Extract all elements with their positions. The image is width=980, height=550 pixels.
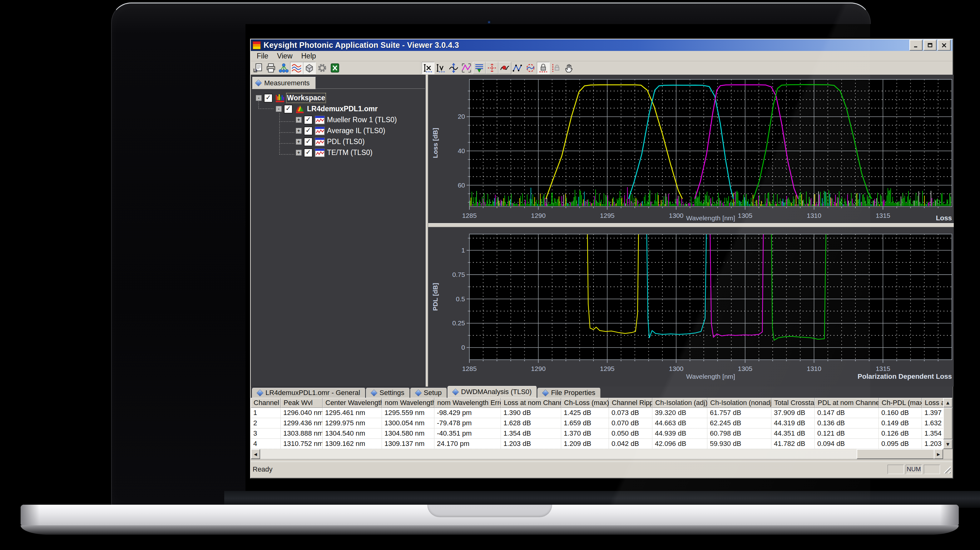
laptop-mockup: Keysight Photonic Application Suite - Vi… — [0, 0, 980, 550]
tree-item-workspace[interactable]: -✓Workspace — [251, 92, 425, 104]
tab-measurements[interactable]: Measurements — [252, 77, 316, 89]
table-horizontal-scrollbar[interactable]: ◀ ▶ — [251, 449, 953, 459]
column-header-ch-isolation-nonadj[interactable]: Ch-Isolation (nonadj) — [707, 398, 772, 408]
tree-item-pdl-tls0[interactable]: +✓PDL (TLS0) — [251, 136, 425, 147]
column-header-ch-loss-max[interactable]: Ch-Loss (max) — [561, 398, 609, 408]
panel-splitter[interactable] — [426, 75, 428, 387]
menu-help[interactable]: Help — [297, 51, 320, 61]
column-header-nom-wavelength-error[interactable]: nom Wavelength Error — [434, 398, 501, 408]
tree-item-mueller-row-1-tls0[interactable]: +✓Mueller Row 1 (TLS0) — [251, 114, 425, 125]
lock-marker-active-button[interactable] — [537, 62, 550, 74]
loss-chart[interactable]: 1285129012951300130513101315204060Loss [… — [428, 75, 954, 223]
svg-text:40: 40 — [458, 147, 465, 155]
table-cell: 1.390 dB — [501, 408, 561, 418]
table-row[interactable]: 41310.752 nm1309.162 nm1309.137 nm24.170… — [251, 439, 944, 449]
export-report-button[interactable] — [252, 62, 264, 74]
svg-text:Wavelength [nm]: Wavelength [nm] — [686, 373, 735, 380]
box-3d-button[interactable] — [303, 62, 316, 74]
table-cell: 1.659 dB — [561, 418, 609, 429]
table-row[interactable]: 11296.040 nm1295.461 nm1295.559 nm-98.42… — [251, 408, 944, 418]
collapse-icon[interactable]: - — [256, 95, 262, 101]
tree-checkbox[interactable]: ✓ — [304, 137, 313, 146]
chart-splitter[interactable] — [428, 223, 954, 227]
column-header-loss-at[interactable]: Loss at — [922, 398, 944, 408]
diamond-icon — [371, 389, 377, 396]
marker-curve-button[interactable] — [498, 62, 511, 74]
expand-icon[interactable]: + — [296, 139, 302, 145]
column-header-channel-ripple[interactable]: Channel Ripple — [609, 398, 652, 408]
column-header-nom-wavelength[interactable]: nom Wavelength — [382, 398, 434, 408]
minimize-button[interactable] — [909, 40, 923, 51]
collapse-icon[interactable]: - — [276, 106, 282, 112]
tree-item-average-il-tls0[interactable]: +✓Average IL (TLS0) — [251, 125, 425, 136]
scroll-left-button[interactable]: ◀ — [251, 449, 260, 459]
table-vertical-scrollbar[interactable]: ▲ ▼ — [943, 398, 953, 449]
excel-export-icon — [330, 63, 340, 73]
grid-apply-button[interactable] — [473, 62, 486, 74]
close-button[interactable] — [937, 40, 951, 51]
vertical-scroll-thumb[interactable] — [943, 408, 953, 439]
tree-checkbox[interactable]: ✓ — [304, 116, 313, 124]
expand-icon[interactable]: + — [296, 117, 302, 123]
tab-dwdmanalysis-tls0[interactable]: DWDMAnalysis (TLS0) — [447, 386, 537, 398]
column-header-pdl-at-nom-channel[interactable]: PDL at nom Channel — [815, 398, 879, 408]
table-cell: 0.042 dB — [609, 439, 652, 449]
tree-checkbox[interactable]: ✓ — [304, 148, 313, 157]
horizontal-scroll-thumb[interactable] — [857, 449, 935, 459]
table-cell: 0.050 dB — [609, 429, 652, 439]
column-header-ch-pdl-max[interactable]: Ch-PDL (max) — [879, 398, 922, 408]
tab-file-properties[interactable]: File Properties — [538, 388, 601, 398]
column-header-total-crosstalk[interactable]: Total Crosstalk — [772, 398, 815, 408]
column-header-ch-isolation-adj[interactable]: Ch-Isolation (adj) — [652, 398, 707, 408]
maximize-button[interactable] — [923, 40, 937, 51]
diamond-icon — [256, 389, 263, 396]
laptop-screen: Keysight Photonic Application Suite - Vi… — [245, 24, 974, 492]
column-header-channel[interactable]: Channel — [251, 398, 281, 408]
print-button[interactable] — [264, 62, 277, 74]
curve-zoom-button[interactable] — [460, 62, 473, 74]
zigzag-icon — [512, 63, 523, 73]
target-curve-button[interactable] — [524, 62, 537, 74]
table-cell: 0.126 dB — [879, 429, 922, 439]
table-cell: 39.320 dB — [652, 408, 707, 418]
zoom-y-button[interactable] — [434, 62, 447, 74]
scroll-up-button[interactable]: ▲ — [943, 398, 953, 408]
svg-text:0.5: 0.5 — [456, 295, 465, 303]
table-row[interactable]: 31303.888 nm1304.540 nm1304.580 nm-40.35… — [251, 429, 944, 439]
column-header-peak-wvl[interactable]: Peak Wvl — [281, 398, 323, 408]
curves-button[interactable] — [290, 62, 303, 74]
pan-hand-button[interactable] — [562, 62, 575, 74]
tab-setup[interactable]: Setup — [410, 388, 447, 398]
svg-text:1305: 1305 — [738, 365, 752, 372]
measurement-tree-button[interactable] — [277, 62, 290, 74]
table-cell: 60.798 dB — [707, 429, 772, 439]
title-bar[interactable]: Keysight Photonic Application Suite - Vi… — [251, 39, 953, 51]
tree-item-te-tm-tls0[interactable]: +✓TE/TM (TLS0) — [251, 147, 425, 158]
pdl-chart[interactable]: 128512901295130013051310131510.750.50.25… — [428, 227, 954, 381]
zigzag-button[interactable] — [511, 62, 524, 74]
resize-grip[interactable] — [942, 466, 951, 473]
tab-settings[interactable]: Settings — [366, 388, 410, 398]
tree-item-lr4demuxpdl1-omr[interactable]: -✓LR4demuxPDL1.omr — [251, 104, 425, 114]
lock-marker-button[interactable] — [550, 62, 562, 74]
excel-export-button[interactable] — [329, 62, 341, 74]
tab-lr4demuxpdl1-omr-general[interactable]: LR4demuxPDL1.omr - General — [252, 388, 365, 398]
check-icon: ✓ — [305, 138, 311, 145]
expand-icon[interactable]: + — [296, 150, 302, 156]
svg-text:1305: 1305 — [738, 212, 752, 219]
tree-checkbox[interactable]: ✓ — [304, 127, 313, 136]
menu-view[interactable]: View — [273, 51, 297, 61]
zoom-x-button[interactable] — [422, 62, 434, 74]
scroll-down-button[interactable]: ▼ — [943, 439, 953, 449]
table-row[interactable]: 21299.436 nm1299.975 nm1300.054 nm-79.47… — [251, 418, 944, 429]
expand-icon[interactable]: + — [296, 128, 302, 134]
column-header-loss-at-nom-channel[interactable]: Loss at nom Channel — [501, 398, 561, 408]
column-header-center-wavelength[interactable]: Center Wavelength — [323, 398, 382, 408]
gear-button[interactable] — [316, 62, 329, 74]
marker-cross-button[interactable] — [486, 62, 498, 74]
scroll-right-button[interactable]: ▶ — [934, 449, 943, 459]
axis-center-button[interactable] — [447, 62, 460, 74]
tree-checkbox[interactable]: ✓ — [264, 94, 273, 102]
tree-checkbox[interactable]: ✓ — [284, 105, 293, 113]
menu-file[interactable]: File — [252, 51, 273, 61]
